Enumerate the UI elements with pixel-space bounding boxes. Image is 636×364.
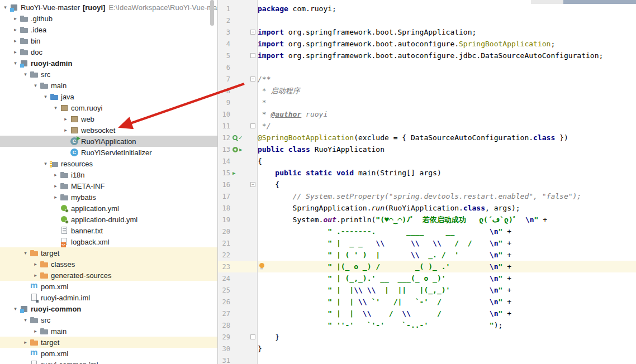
tree-row-mybatis[interactable]: ▸mybatis [0, 191, 217, 203]
code-line[interactable]: public static void main(String[] args) [258, 167, 636, 179]
fold-end-icon[interactable] [250, 53, 255, 58]
run-icon[interactable]: ▶ [232, 170, 235, 176]
chevron-right-icon[interactable]: ▸ [61, 124, 70, 136]
tree-row-target[interactable]: ▸target [0, 337, 217, 348]
chevron-right-icon[interactable]: ▸ [31, 270, 40, 281]
tree-row-com-ruoyi[interactable]: ▾com.ruoyi [0, 102, 217, 113]
gutter[interactable]: 17 [218, 190, 258, 202]
gutter[interactable]: 20 [218, 226, 258, 237]
chevron-right-icon[interactable]: ▸ [51, 180, 60, 191]
spring-check-icon[interactable]: ✓ [239, 135, 243, 141]
tree-row-generated-sources[interactable]: ▸generated-sources [0, 270, 217, 281]
tree-row-ruoyi-vue-master[interactable]: ▾RuoYi-Vue-master[ruoyi]E:\IdeaWorkspace… [0, 2, 217, 13]
editor-scrollbar-track[interactable] [531, 0, 563, 4]
tree-row-resources[interactable]: ▾resources [0, 158, 217, 169]
gutter[interactable]: 4 [218, 38, 258, 50]
code-line[interactable]: " | |\\ \\ | || |(_,_)' \n" + [258, 284, 636, 296]
gutter[interactable]: 8 [218, 85, 258, 97]
chevron-right-icon[interactable]: ▸ [61, 113, 70, 124]
gutter[interactable]: 27 [218, 308, 258, 319]
editor-scrollbar-thumb[interactable] [563, 0, 636, 4]
code-line[interactable]: SpringApplication.run(RuoYiApplication.c… [258, 202, 636, 214]
code-line[interactable]: " .-------. ____ __ \n" + [258, 226, 636, 237]
code-line[interactable]: } [258, 331, 636, 343]
chevron-right-icon[interactable]: ▸ [31, 258, 40, 270]
gutter[interactable]: 14 [218, 155, 258, 167]
gutter[interactable]: 25 [218, 284, 258, 296]
chevron-down-icon[interactable]: ▾ [21, 69, 30, 80]
tree-scrollbar-thumb[interactable] [210, 0, 214, 26]
gutter[interactable]: 3− [218, 26, 258, 38]
code-line[interactable] [258, 15, 636, 26]
tree-row-banner-txt[interactable]: banner.txt [0, 225, 217, 236]
code-line[interactable]: { [258, 179, 636, 190]
tree-row-ruoyi-common-iml[interactable]: ruoyi-common.iml [0, 359, 217, 364]
code-line[interactable]: * @author ruoyi [258, 108, 636, 120]
tree-row-classes[interactable]: ▸classes [0, 258, 217, 270]
tree-row-i18n[interactable]: ▸i18n [0, 169, 217, 180]
tree-row-doc[interactable]: ▸doc [0, 46, 217, 58]
tree-row-bin[interactable]: ▸bin [0, 35, 217, 46]
code-line[interactable]: " | _ _ \\ \\ \\ / / \n" + [258, 237, 636, 249]
tree-row-websocket[interactable]: ▸websocket [0, 124, 217, 136]
code-line[interactable]: } [258, 343, 636, 355]
fold-collapse-icon[interactable]: − [250, 30, 255, 35]
code-line[interactable]: " | (_,_).' __ ___(_ o _)' \n" + [258, 272, 636, 284]
chevron-down-icon[interactable]: ▾ [41, 158, 50, 169]
code-line[interactable] [258, 355, 636, 364]
code-line[interactable]: package com.ruoyi; [258, 3, 636, 15]
chevron-down-icon[interactable]: ▾ [51, 102, 60, 113]
fold-collapse-icon[interactable]: − [250, 182, 255, 187]
gutter[interactable]: 6 [218, 61, 258, 73]
gutter[interactable]: 1 [218, 3, 258, 15]
chevron-right-icon[interactable]: ▸ [51, 191, 60, 203]
gutter[interactable]: 9 [218, 97, 258, 108]
code-line[interactable]: */ [258, 120, 636, 132]
spring-bean-icon[interactable] [232, 147, 238, 152]
chevron-right-icon[interactable]: ▸ [11, 35, 20, 46]
code-line[interactable]: " | | \\ / \\ / \n" + [258, 308, 636, 319]
gutter[interactable]: 29 [218, 331, 258, 343]
chevron-down-icon[interactable]: ▾ [41, 91, 50, 102]
gutter[interactable]: 5 [218, 50, 258, 61]
chevron-down-icon[interactable]: ▾ [21, 314, 30, 325]
editor-panel[interactable]: 1package com.ruoyi;23−import org.springf… [218, 0, 636, 364]
chevron-down-icon[interactable]: ▾ [1, 2, 10, 13]
tree-row-ruoyiservletinitializer[interactable]: RuoYiServletInitializer [0, 147, 217, 158]
tree-row-web[interactable]: ▸web [0, 113, 217, 124]
gutter[interactable]: 24 [218, 272, 258, 284]
tree-row-ruoyi-common[interactable]: ▾ruoyi-common [0, 303, 217, 314]
fold-collapse-icon[interactable]: − [250, 76, 255, 82]
chevron-right-icon[interactable]: ▸ [51, 169, 60, 180]
lightbulb-icon[interactable] [259, 263, 264, 268]
code-line[interactable]: " | ( ' ) | \\ _. / ' \n" + [258, 249, 636, 261]
code-line[interactable] [258, 61, 636, 73]
code-line[interactable]: public class RuoYiApplication [258, 143, 636, 155]
gutter[interactable]: 11 [218, 120, 258, 132]
tree-row-application-druid-yml[interactable]: application-druid.yml [0, 214, 217, 225]
code-line[interactable]: System.out.println("(♥◠‿◠)ﾉﾞ 若依启动成功 ლ(´ڡ… [258, 214, 636, 226]
gutter[interactable]: 21 [218, 237, 258, 249]
gutter[interactable]: 16− [218, 179, 258, 190]
tree-row-ruoyi-admin-iml[interactable]: ruoyi-admin.iml [0, 292, 217, 303]
gutter[interactable]: 19 [218, 214, 258, 226]
code-line[interactable]: import org.springframework.boot.autoconf… [258, 38, 636, 50]
fold-end-icon[interactable] [250, 123, 255, 128]
code-line[interactable]: " |(_ o _) / _( )_ .' \n" + [258, 261, 636, 272]
chevron-right-icon[interactable]: ▸ [11, 46, 20, 58]
chevron-down-icon[interactable]: ▾ [11, 303, 20, 314]
tree-row-logback-xml[interactable]: logback.xml [0, 236, 217, 247]
code-line[interactable]: @SpringBootApplication(exclude = { DataS… [258, 132, 636, 143]
code-line[interactable]: * 启动程序 [258, 85, 636, 97]
tree-row-java[interactable]: ▾java [0, 91, 217, 102]
tree-row-pom-xml[interactable]: pom.xml [0, 348, 217, 359]
spring-search-icon[interactable] [232, 135, 238, 140]
tree-row--github[interactable]: ▸.github [0, 13, 217, 24]
code-line[interactable]: " | | \\ `' /| `-' / \n" + [258, 296, 636, 308]
chevron-right-icon[interactable]: ▸ [31, 325, 40, 337]
gutter[interactable]: 15▶ [218, 167, 258, 179]
code-line[interactable]: { [258, 155, 636, 167]
tree-row-src[interactable]: ▾src [0, 69, 217, 80]
tree-row--idea[interactable]: ▸.idea [0, 24, 217, 35]
gutter[interactable]: 28 [218, 319, 258, 331]
